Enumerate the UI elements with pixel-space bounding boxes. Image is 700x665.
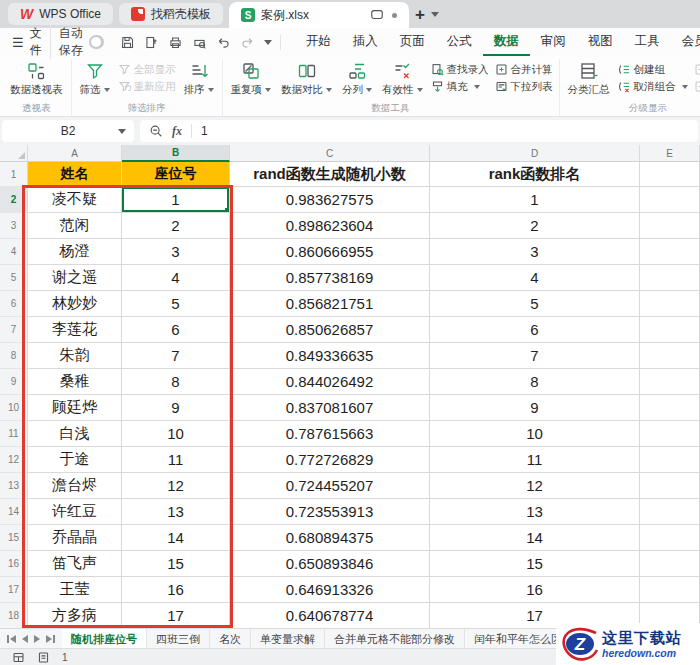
row-number[interactable]: 16 bbox=[0, 551, 28, 577]
row-number[interactable]: 14 bbox=[0, 499, 28, 525]
fill-button[interactable]: 填充 bbox=[431, 79, 489, 94]
row-number[interactable]: 10 bbox=[0, 395, 28, 421]
cell-seat[interactable]: 6 bbox=[122, 317, 230, 343]
cell-seat[interactable]: 16 bbox=[122, 577, 230, 603]
cell-rand[interactable]: 0.650893846 bbox=[230, 551, 430, 577]
cell-rank[interactable]: 1 bbox=[430, 187, 640, 213]
cell-name[interactable]: 林妙妙 bbox=[28, 291, 122, 317]
pivot-table-button[interactable]: 数据透视表 bbox=[5, 59, 68, 97]
print-icon[interactable] bbox=[168, 35, 183, 50]
row-number[interactable]: 8 bbox=[0, 343, 28, 369]
row-number[interactable]: 12 bbox=[0, 447, 28, 473]
cell-rand[interactable]: 0.772726829 bbox=[230, 447, 430, 473]
print-preview-icon[interactable] bbox=[192, 35, 207, 50]
cell-name[interactable]: 方多病 bbox=[28, 603, 122, 628]
header-cell-rand[interactable]: rand函数生成随机小数 bbox=[230, 162, 430, 187]
cell-name[interactable]: 谢之遥 bbox=[28, 265, 122, 291]
cell-seat[interactable]: 11 bbox=[122, 447, 230, 473]
cell-rank[interactable]: 3 bbox=[430, 239, 640, 265]
select-all-corner[interactable] bbox=[0, 145, 28, 162]
cell-rand[interactable]: 0.723553913 bbox=[230, 499, 430, 525]
cell-empty[interactable] bbox=[640, 239, 700, 265]
cell-name[interactable]: 许红豆 bbox=[28, 499, 122, 525]
export-pdf-icon[interactable] bbox=[144, 35, 159, 50]
row-number[interactable]: 2 bbox=[0, 187, 28, 213]
cell-rand[interactable]: 0.844026492 bbox=[230, 369, 430, 395]
data-compare-button[interactable]: 数据对比 bbox=[276, 59, 337, 97]
column-header-c[interactable]: C bbox=[230, 145, 430, 162]
row-number[interactable]: 7 bbox=[0, 317, 28, 343]
cell-seat[interactable]: 15 bbox=[122, 551, 230, 577]
column-header-d[interactable]: D bbox=[430, 145, 640, 162]
fx-icon[interactable]: fx bbox=[172, 124, 182, 139]
cell-name[interactable]: 王莹 bbox=[28, 577, 122, 603]
dropdown-list-button[interactable]: 下拉列表 bbox=[495, 79, 553, 94]
cell-name[interactable]: 于途 bbox=[28, 447, 122, 473]
menu-item-7[interactable]: 视图 bbox=[577, 28, 624, 56]
comment-icon[interactable] bbox=[370, 8, 384, 22]
cell-empty[interactable] bbox=[640, 213, 700, 239]
row-number[interactable]: 5 bbox=[0, 265, 28, 291]
sheet-tab-2[interactable]: 四班三倒 bbox=[147, 629, 210, 649]
menu-item-6[interactable]: 审阅 bbox=[530, 28, 577, 56]
cell-rank[interactable]: 12 bbox=[430, 473, 640, 499]
cell-seat[interactable]: 3 bbox=[122, 239, 230, 265]
cell-rank[interactable]: 15 bbox=[430, 551, 640, 577]
cell-rank[interactable]: 5 bbox=[430, 291, 640, 317]
split-columns-button[interactable]: 分列 bbox=[337, 59, 377, 97]
cell-rank[interactable]: 14 bbox=[430, 525, 640, 551]
cell-name[interactable]: 凌不疑 bbox=[28, 187, 122, 213]
header-cell-rank[interactable]: rank函数排名 bbox=[430, 162, 640, 187]
row-number[interactable]: 1 bbox=[0, 162, 28, 187]
cell-empty[interactable] bbox=[640, 317, 700, 343]
sheet-view-icon[interactable] bbox=[12, 651, 25, 664]
menu-item-2[interactable]: 插入 bbox=[342, 28, 389, 56]
cell-rank[interactable]: 7 bbox=[430, 343, 640, 369]
cell-rand[interactable]: 0.680894375 bbox=[230, 525, 430, 551]
row-number[interactable]: 17 bbox=[0, 577, 28, 603]
tab-wps-office[interactable]: W WPS Office bbox=[8, 3, 113, 25]
cell-rand[interactable]: 0.983627575 bbox=[230, 187, 430, 213]
menu-item-8[interactable]: 工具 bbox=[624, 28, 671, 56]
quickbar-more-chevron-icon[interactable] bbox=[264, 40, 272, 45]
cell-rand[interactable]: 0.857738169 bbox=[230, 265, 430, 291]
cell-rank[interactable]: 13 bbox=[430, 499, 640, 525]
cell-rank[interactable]: 8 bbox=[430, 369, 640, 395]
cell-seat[interactable]: 4 bbox=[122, 265, 230, 291]
column-header-a[interactable]: A bbox=[28, 145, 122, 162]
row-number[interactable]: 18 bbox=[0, 603, 28, 628]
cell-rand[interactable]: 0.856821751 bbox=[230, 291, 430, 317]
cell-rand[interactable]: 0.837081607 bbox=[230, 395, 430, 421]
cell-rank[interactable]: 2 bbox=[430, 213, 640, 239]
cell-rand[interactable]: 0.849336635 bbox=[230, 343, 430, 369]
cell-seat[interactable]: 14 bbox=[122, 525, 230, 551]
last-sheet-button[interactable] bbox=[43, 635, 58, 643]
cell-name[interactable]: 顾廷烨 bbox=[28, 395, 122, 421]
formula-input[interactable]: fx 1 bbox=[140, 120, 698, 142]
hamburger-icon[interactable]: ☰ bbox=[12, 35, 24, 50]
cell-name[interactable]: 白浅 bbox=[28, 421, 122, 447]
cell-name[interactable]: 朱韵 bbox=[28, 343, 122, 369]
cell-seat[interactable]: 2 bbox=[122, 213, 230, 239]
cell-empty[interactable] bbox=[640, 577, 700, 603]
cell-name[interactable]: 范闲 bbox=[28, 213, 122, 239]
cell-empty[interactable] bbox=[640, 473, 700, 499]
menu-item-1[interactable]: 开始 bbox=[295, 28, 342, 56]
cell-empty[interactable] bbox=[640, 187, 700, 213]
cell-empty[interactable] bbox=[640, 369, 700, 395]
sort-button[interactable]: 排序 bbox=[179, 59, 219, 97]
cell-seat[interactable]: 13 bbox=[122, 499, 230, 525]
cell-rand[interactable]: 0.724455207 bbox=[230, 473, 430, 499]
cell-empty[interactable] bbox=[640, 343, 700, 369]
cell-rank[interactable]: 11 bbox=[430, 447, 640, 473]
cell-empty[interactable] bbox=[640, 525, 700, 551]
cell-rand[interactable]: 0.787615663 bbox=[230, 421, 430, 447]
cell-rank[interactable]: 6 bbox=[430, 317, 640, 343]
cell-seat[interactable]: 17 bbox=[122, 603, 230, 628]
cell-rand[interactable]: 0.860666955 bbox=[230, 239, 430, 265]
cell-rank[interactable]: 10 bbox=[430, 421, 640, 447]
cell-name[interactable]: 李莲花 bbox=[28, 317, 122, 343]
cell-seat[interactable]: 5 bbox=[122, 291, 230, 317]
cell-seat[interactable]: 9 bbox=[122, 395, 230, 421]
column-header-b[interactable]: B bbox=[122, 145, 230, 162]
